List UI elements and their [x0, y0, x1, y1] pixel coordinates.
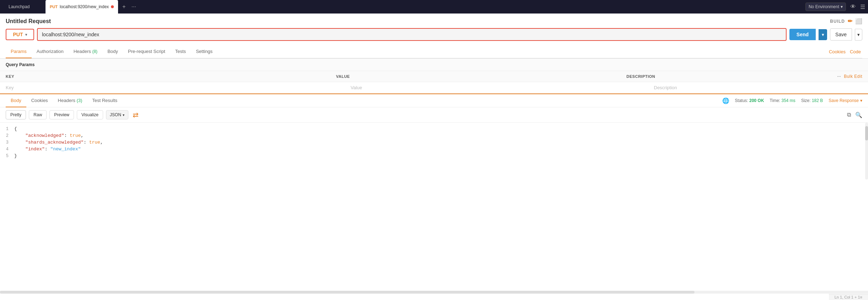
scrollbar[interactable] — [865, 123, 868, 180]
response-status-bar: 🌐 Status: 200 OK Time: 354 ms Size: 182 … — [722, 97, 862, 104]
save-button[interactable]: Save — [830, 28, 852, 41]
bottom-scrollbar[interactable] — [0, 291, 868, 294]
code-line-2: 2 "acknowledged": true, — [0, 132, 868, 139]
search-button[interactable]: 🔍 — [855, 112, 862, 118]
url-input[interactable] — [37, 28, 787, 41]
code-line-5: 5 } — [0, 152, 868, 159]
bottom-scrollbar-thumb[interactable] — [0, 291, 694, 294]
code-line-4: 4 "index": "new_index" — [0, 146, 868, 152]
launchpad-tab[interactable]: Launchpad — [3, 0, 46, 14]
tab-modified-dot — [111, 5, 114, 8]
tab-prerequest[interactable]: Pre-request Script — [123, 45, 170, 58]
status-value: 200 OK — [749, 98, 764, 103]
eye-icon[interactable]: 👁 — [850, 4, 856, 10]
tab-authorization[interactable]: Authorization — [32, 45, 69, 58]
top-right-controls: No Environment ▾ 👁 ☰ — [805, 2, 865, 11]
tab-headers[interactable]: Headers (8) — [69, 45, 102, 58]
tab-settings[interactable]: Settings — [191, 45, 218, 58]
size-value: 182 B — [812, 98, 823, 103]
json-chevron-icon: ▾ — [123, 113, 124, 117]
code-line-3: 3 "shards_acknowledged": true, — [0, 139, 868, 146]
response-tabs-row: Body Cookies Headers (3) Test Results 🌐 … — [0, 94, 868, 107]
save-dropdown-button[interactable]: ▾ — [855, 29, 862, 41]
col-value-header: VALUE — [330, 71, 621, 81]
method-selector[interactable]: PUT ▾ — [6, 29, 34, 40]
response-headers-badge: (3) — [76, 98, 82, 103]
method-label: PUT — [13, 32, 23, 37]
new-tab-button[interactable]: + — [121, 2, 127, 11]
tab-method-badge: PUT — [50, 5, 58, 9]
send-chevron-icon: ▾ — [822, 32, 824, 37]
params-empty-row: Key Value Description — [0, 82, 868, 93]
response-tab-headers[interactable]: Headers (3) — [53, 94, 87, 107]
build-button[interactable]: BUILD — [830, 19, 845, 24]
line-number: 5 — [0, 154, 14, 159]
save-response-button[interactable]: Save Response ▾ — [829, 98, 862, 103]
tab-actions: + ··· — [121, 2, 138, 11]
headers-badge: (8) — [92, 49, 97, 54]
tab-params[interactable]: Params — [6, 45, 32, 58]
code-link[interactable]: Code — [850, 49, 861, 54]
request-title-row: Untitled Request BUILD ✏ ⬜ — [6, 18, 862, 25]
environment-selector[interactable]: No Environment ▾ — [805, 2, 846, 11]
cookies-link[interactable]: Cookies — [829, 49, 846, 54]
bulk-edit-button[interactable]: Bulk Edit — [844, 74, 862, 79]
request-title: Untitled Request — [6, 18, 51, 25]
tab-bar: Launchpad PUT localhost:9200/new_index +… — [0, 0, 868, 14]
format-raw-button[interactable]: Raw — [29, 110, 47, 119]
value-input-cell[interactable]: Value — [345, 82, 648, 93]
env-label: No Environment — [809, 4, 839, 9]
desc-input-cell[interactable]: Description — [648, 82, 868, 93]
send-dropdown-button[interactable]: ▾ — [819, 29, 827, 40]
wrap-button[interactable]: ⇄ — [133, 111, 139, 119]
size-label: Size: 182 B — [801, 98, 823, 103]
url-bar: PUT ▾ Send ▾ Save ▾ — [6, 28, 862, 41]
response-tab-test-results[interactable]: Test Results — [87, 94, 122, 107]
save-response-chevron-icon: ▾ — [860, 98, 862, 103]
params-header: KEY VALUE DESCRIPTION ··· Bulk Edit — [0, 71, 868, 82]
code-content: "index": "new_index" — [14, 146, 81, 152]
request-area: Untitled Request BUILD ✏ ⬜ PUT ▾ Send ▾ … — [0, 14, 868, 59]
format-visualize-button[interactable]: Visualize — [77, 110, 103, 119]
tab-body[interactable]: Body — [102, 45, 123, 58]
tab-tests[interactable]: Tests — [170, 45, 191, 58]
tab-url: localhost:9200/new_index — [60, 4, 109, 9]
globe-icon: 🌐 — [722, 97, 729, 104]
key-input-cell[interactable]: Key — [0, 82, 345, 93]
code-area: 1 { 2 "acknowledged": true, 3 "shards_ac… — [0, 123, 868, 180]
response-tab-body[interactable]: Body — [6, 94, 26, 107]
save-layout-icon[interactable]: ⬜ — [855, 18, 862, 25]
line-number: 2 — [0, 133, 14, 138]
status-label: Status: 200 OK — [735, 98, 764, 103]
time-label: Time: 354 ms — [770, 98, 795, 103]
env-chevron-icon: ▾ — [841, 4, 843, 9]
format-type-selector[interactable]: JSON ▾ — [106, 110, 128, 119]
scrollbar-thumb[interactable] — [865, 126, 868, 140]
response-right-icons: ⧉ 🔍 — [847, 112, 862, 118]
send-button[interactable]: Send — [789, 29, 816, 40]
copy-button[interactable]: ⧉ — [847, 112, 851, 118]
col-actions-header: ··· Bulk Edit — [831, 71, 868, 82]
launchpad-label: Launchpad — [9, 4, 30, 9]
request-tab[interactable]: PUT localhost:9200/new_index — [46, 0, 118, 14]
query-params-section: Query Params KEY VALUE DESCRIPTION ··· B… — [0, 59, 868, 93]
code-content: "acknowledged": true, — [14, 133, 84, 138]
query-params-title: Query Params — [0, 59, 868, 71]
response-tab-cookies[interactable]: Cookies — [26, 94, 53, 107]
format-preview-button[interactable]: Preview — [49, 110, 74, 119]
tab-more-button[interactable]: ··· — [130, 2, 137, 11]
method-chevron-icon: ▾ — [25, 33, 27, 37]
line-number: 1 — [0, 127, 14, 132]
sidebar-toggle-icon[interactable]: ☰ — [860, 4, 865, 10]
edit-icon[interactable]: ✏ — [848, 18, 852, 25]
code-line-1: 1 { — [0, 125, 868, 132]
code-content: { — [14, 126, 17, 132]
save-chevron-icon: ▾ — [857, 32, 860, 37]
tab-right-links: Cookies Code — [829, 49, 862, 54]
bottom-status: Ln 1, Col 1 + 1≡ — [829, 294, 868, 300]
col-desc-header: DESCRIPTION — [621, 71, 832, 81]
format-pretty-button[interactable]: Pretty — [6, 110, 26, 119]
request-tabs: Params Authorization Headers (8) Body Pr… — [6, 45, 862, 58]
col-key-header: KEY — [0, 71, 330, 81]
params-more-button[interactable]: ··· — [837, 74, 841, 79]
